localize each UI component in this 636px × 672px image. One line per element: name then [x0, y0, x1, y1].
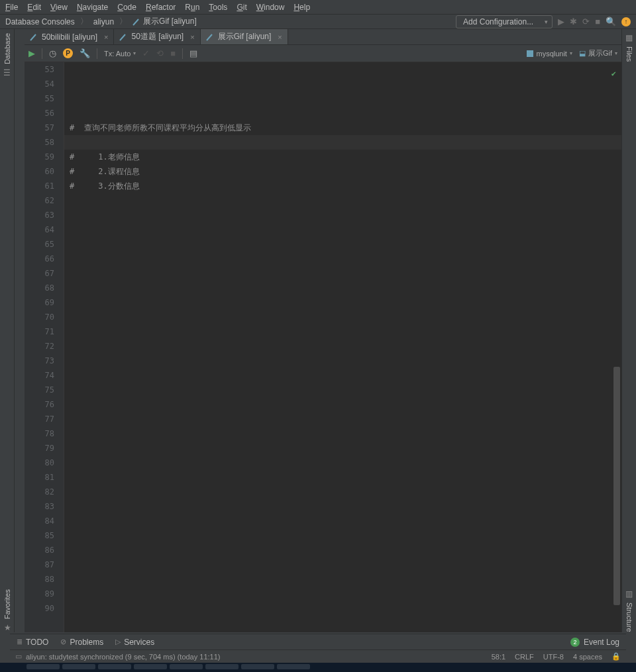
rollback-icon[interactable]: ⟲ [156, 48, 164, 58]
lock-icon[interactable]: 🔒 [611, 652, 621, 661]
menu-edit[interactable]: Edit [27, 3, 41, 12]
inspection-ok-icon[interactable]: ✔ [611, 66, 616, 81]
stop-icon[interactable]: ■ [595, 17, 600, 26]
menu-tools[interactable]: Tools [209, 3, 227, 12]
panel-todo[interactable]: ≣TODO [17, 638, 48, 647]
menu-code[interactable]: Code [117, 3, 136, 12]
tab-label: 50bilibili [aliyun] [42, 32, 97, 42]
output-selector[interactable]: 展示Gif [579, 48, 617, 58]
history-icon[interactable]: ◷ [49, 48, 56, 58]
tab-label: 展示Gif [aliyun] [218, 31, 272, 42]
line-gutter: 5354555657585960616263646566676869707172… [25, 62, 64, 632]
menu-refactor[interactable]: Refactor [146, 3, 176, 12]
scrollbar-thumb[interactable] [613, 367, 620, 605]
chevron-right-icon: 〉 [80, 16, 88, 27]
menu-file[interactable]: File [5, 3, 18, 12]
menu-view[interactable]: View [50, 3, 68, 12]
editor-tabs: 50bilibili [aliyun] × 50道题 [aliyun] × 展示… [25, 29, 621, 45]
tool-window-bar: ≣TODO ⊘Problems ▷Services 2 Event Log [10, 634, 626, 649]
sql-file-icon [119, 33, 127, 41]
crumb-file[interactable]: 展示Gif [aliyun] [143, 16, 197, 27]
update-icon[interactable]: ↑ [621, 17, 631, 26]
rail-favorites[interactable]: Favorites [3, 589, 11, 619]
menu-help[interactable]: Help [293, 3, 310, 12]
cancel-icon[interactable]: ■ [170, 48, 176, 58]
close-icon[interactable]: × [104, 33, 108, 41]
panel-problems[interactable]: ⊘Problems [60, 638, 103, 647]
menu-run[interactable]: Run [185, 3, 199, 12]
search-icon[interactable]: 🔍 [606, 17, 616, 26]
coverage-icon[interactable]: ⟳ [582, 17, 590, 26]
tab-label: 50道题 [aliyun] [131, 31, 184, 42]
status-message: aliyun: studytest synchronized (9 sec, 7… [26, 653, 220, 661]
run-config-selector[interactable]: Add Configuration... [456, 15, 553, 28]
list-icon: ≣ [17, 638, 23, 646]
chevron-right-icon: 〉 [119, 16, 127, 27]
crumb-consoles[interactable]: Database Consoles [5, 17, 75, 26]
panel-services[interactable]: ▷Services [115, 638, 154, 647]
explain-plan-icon[interactable]: P [63, 48, 73, 58]
right-tool-rail: ▦ Files ▥ Structure [621, 29, 636, 632]
breadcrumb: Database Consoles 〉 aliyun 〉 展示Gif [aliy… [5, 16, 197, 27]
rail-files[interactable]: Files [625, 46, 633, 62]
warning-icon: ⊘ [60, 638, 66, 646]
tx-mode-selector[interactable]: Tx: Auto [104, 50, 136, 58]
run-icon[interactable]: ▶ [558, 17, 564, 26]
sql-file-icon [30, 33, 38, 41]
event-count-badge: 2 [570, 638, 580, 647]
menu-window[interactable]: Window [256, 3, 285, 12]
sql-file-icon [206, 33, 214, 41]
cursor-position[interactable]: 58:1 [492, 653, 505, 661]
services-icon: ▷ [115, 638, 121, 646]
execute-icon[interactable]: ▶ [28, 48, 35, 58]
file-encoding[interactable]: UTF-8 [543, 653, 564, 661]
folder-icon: ▦ [625, 33, 633, 42]
database-icon: ☰ [3, 68, 11, 77]
sql-file-icon [132, 18, 140, 26]
structure-icon: ▥ [625, 589, 633, 599]
rail-structure[interactable]: Structure [625, 602, 633, 632]
wrench-icon[interactable]: 🔧 [80, 48, 90, 58]
console-toolbar: ▶ ◷ P 🔧 Tx: Auto ✓ ⟲ ■ ▤ mysqlunit 展示Gif [25, 45, 621, 62]
crumb-aliyun[interactable]: aliyun [93, 17, 114, 26]
status-icon: ▭ [15, 652, 22, 661]
menu-navigate[interactable]: Navigate [77, 3, 108, 12]
os-taskbar [0, 663, 636, 672]
main-menu: File Edit View Navigate Code Refactor Ru… [0, 0, 636, 15]
debug-icon[interactable]: ✱ [570, 17, 577, 26]
line-separator[interactable]: CRLF [515, 653, 534, 661]
close-icon[interactable]: × [278, 33, 282, 41]
datasource-selector[interactable]: mysqlunit [527, 50, 572, 58]
tab-zhanshigif[interactable]: 展示Gif [aliyun] × [201, 29, 288, 44]
indent-setting[interactable]: 4 spaces [573, 653, 602, 661]
panel-eventlog[interactable]: Event Log [584, 638, 619, 647]
tab-50bilibili[interactable]: 50bilibili [aliyun] × [25, 29, 114, 44]
star-icon: ★ [4, 623, 11, 632]
code-area[interactable]: ✔ # 查询不同老师所教不同课程平均分从高到低显示# 需要的表# 1.老师信息#… [64, 62, 621, 632]
menu-git[interactable]: Git [237, 3, 246, 12]
status-bar: ▭ aliyun: studytest synchronized (9 sec,… [10, 649, 626, 663]
close-icon[interactable]: × [190, 33, 194, 41]
rail-database[interactable]: Database [3, 33, 11, 64]
commit-icon[interactable]: ✓ [142, 48, 150, 58]
navigation-bar: Database Consoles 〉 aliyun 〉 展示Gif [aliy… [0, 15, 636, 29]
left-tool-rail: Database ☰ [0, 29, 15, 632]
code-editor[interactable]: 5354555657585960616263646566676869707172… [25, 62, 621, 632]
tab-50daoti[interactable]: 50道题 [aliyun] × [114, 29, 200, 44]
view-mode-icon[interactable]: ▤ [189, 48, 197, 58]
